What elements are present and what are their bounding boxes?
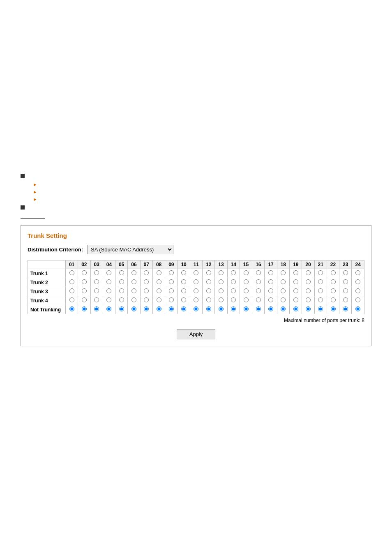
- trunk3-p21[interactable]: [314, 287, 327, 296]
- trunk1-p19[interactable]: [290, 269, 302, 278]
- radio-trunk1-p16[interactable]: [256, 270, 261, 275]
- trunk3-p17[interactable]: [265, 287, 277, 296]
- radio-trunk4-p21[interactable]: [318, 297, 323, 302]
- radio-trunk1-p05[interactable]: [119, 270, 124, 275]
- trunk3-p18[interactable]: [277, 287, 289, 296]
- apply-button[interactable]: Apply: [177, 329, 216, 339]
- radio-nottrunk-p16[interactable]: [256, 306, 261, 311]
- radio-trunk3-p13[interactable]: [219, 288, 224, 293]
- radio-trunk2-p20[interactable]: [306, 279, 311, 284]
- radio-trunk3-p06[interactable]: [131, 288, 136, 293]
- radio-trunk2-p01[interactable]: [69, 279, 74, 284]
- trunk1-p10[interactable]: [178, 269, 190, 278]
- radio-nottrunk-p09[interactable]: [169, 306, 174, 311]
- radio-trunk1-p01[interactable]: [69, 270, 74, 275]
- radio-trunk1-p18[interactable]: [281, 270, 286, 275]
- radio-trunk3-p24[interactable]: [355, 288, 360, 293]
- trunk2-p14[interactable]: [227, 278, 240, 287]
- radio-trunk2-p09[interactable]: [169, 279, 174, 284]
- distribution-select[interactable]: SA (Source MAC Address) DA (Destination …: [87, 245, 173, 254]
- trunk2-p15[interactable]: [240, 278, 252, 287]
- radio-trunk2-p19[interactable]: [293, 279, 298, 284]
- trunk4-p09[interactable]: [165, 296, 178, 305]
- trunk3-p02[interactable]: [78, 287, 90, 296]
- radio-nottrunk-p05[interactable]: [119, 306, 124, 311]
- radio-trunk2-p24[interactable]: [355, 279, 360, 284]
- trunk2-p08[interactable]: [152, 278, 165, 287]
- trunk4-p22[interactable]: [327, 296, 339, 305]
- trunk1-p24[interactable]: [352, 269, 364, 278]
- trunk2-p12[interactable]: [203, 278, 215, 287]
- radio-trunk2-p22[interactable]: [331, 279, 336, 284]
- radio-trunk1-p03[interactable]: [94, 270, 99, 275]
- nottrunk-p16[interactable]: [252, 305, 265, 314]
- nottrunk-p15[interactable]: [240, 305, 252, 314]
- trunk3-p07[interactable]: [140, 287, 152, 296]
- radio-trunk3-p22[interactable]: [331, 288, 336, 293]
- trunk1-p15[interactable]: [240, 269, 252, 278]
- trunk3-p22[interactable]: [327, 287, 339, 296]
- nottrunk-p22[interactable]: [327, 305, 339, 314]
- radio-nottrunk-p21[interactable]: [318, 306, 323, 311]
- nottrunk-p06[interactable]: [128, 305, 140, 314]
- trunk3-p14[interactable]: [227, 287, 240, 296]
- radio-trunk2-p06[interactable]: [131, 279, 136, 284]
- radio-trunk2-p08[interactable]: [157, 279, 161, 284]
- trunk2-p04[interactable]: [103, 278, 115, 287]
- trunk1-p11[interactable]: [190, 269, 202, 278]
- radio-trunk3-p11[interactable]: [194, 288, 198, 293]
- radio-trunk2-p13[interactable]: [219, 279, 224, 284]
- radio-trunk2-p07[interactable]: [144, 279, 149, 284]
- trunk4-p23[interactable]: [339, 296, 352, 305]
- radio-trunk4-p16[interactable]: [256, 297, 261, 302]
- radio-trunk3-p12[interactable]: [206, 288, 211, 293]
- radio-nottrunk-p20[interactable]: [306, 306, 311, 311]
- trunk1-p04[interactable]: [103, 269, 115, 278]
- radio-trunk3-p15[interactable]: [244, 288, 249, 293]
- radio-trunk3-p17[interactable]: [268, 288, 273, 293]
- trunk4-p18[interactable]: [277, 296, 289, 305]
- trunk3-p10[interactable]: [178, 287, 190, 296]
- radio-nottrunk-p13[interactable]: [219, 306, 224, 311]
- trunk4-p10[interactable]: [178, 296, 190, 305]
- trunk1-p18[interactable]: [277, 269, 289, 278]
- trunk2-p18[interactable]: [277, 278, 289, 287]
- trunk2-p24[interactable]: [352, 278, 364, 287]
- radio-trunk4-p13[interactable]: [219, 297, 224, 302]
- trunk1-p08[interactable]: [152, 269, 165, 278]
- radio-trunk4-p19[interactable]: [293, 297, 298, 302]
- trunk4-p14[interactable]: [227, 296, 240, 305]
- radio-trunk3-p08[interactable]: [157, 288, 161, 293]
- radio-trunk1-p23[interactable]: [343, 270, 348, 275]
- radio-nottrunk-p11[interactable]: [194, 306, 198, 311]
- nottrunk-p14[interactable]: [227, 305, 240, 314]
- radio-trunk3-p14[interactable]: [231, 288, 236, 293]
- radio-nottrunk-p07[interactable]: [144, 306, 149, 311]
- trunk3-p06[interactable]: [128, 287, 140, 296]
- trunk4-p06[interactable]: [128, 296, 140, 305]
- radio-trunk3-p20[interactable]: [306, 288, 311, 293]
- radio-nottrunk-p24[interactable]: [355, 306, 360, 311]
- nottrunk-p19[interactable]: [290, 305, 302, 314]
- radio-nottrunk-p08[interactable]: [157, 306, 161, 311]
- radio-trunk1-p14[interactable]: [231, 270, 236, 275]
- radio-trunk2-p18[interactable]: [281, 279, 286, 284]
- trunk4-p19[interactable]: [290, 296, 302, 305]
- radio-trunk1-p17[interactable]: [268, 270, 273, 275]
- trunk3-p20[interactable]: [302, 287, 314, 296]
- trunk4-p08[interactable]: [152, 296, 165, 305]
- radio-trunk3-p10[interactable]: [181, 288, 186, 293]
- trunk3-p08[interactable]: [152, 287, 165, 296]
- nottrunk-p10[interactable]: [178, 305, 190, 314]
- trunk1-p16[interactable]: [252, 269, 265, 278]
- trunk4-p01[interactable]: [65, 296, 78, 305]
- trunk3-p13[interactable]: [215, 287, 227, 296]
- trunk3-p03[interactable]: [90, 287, 103, 296]
- radio-nottrunk-p04[interactable]: [106, 306, 111, 311]
- nottrunk-p07[interactable]: [140, 305, 152, 314]
- radio-nottrunk-p03[interactable]: [94, 306, 99, 311]
- trunk2-p02[interactable]: [78, 278, 90, 287]
- radio-trunk1-p08[interactable]: [157, 270, 161, 275]
- nottrunk-p01[interactable]: [65, 305, 78, 314]
- radio-trunk3-p18[interactable]: [281, 288, 286, 293]
